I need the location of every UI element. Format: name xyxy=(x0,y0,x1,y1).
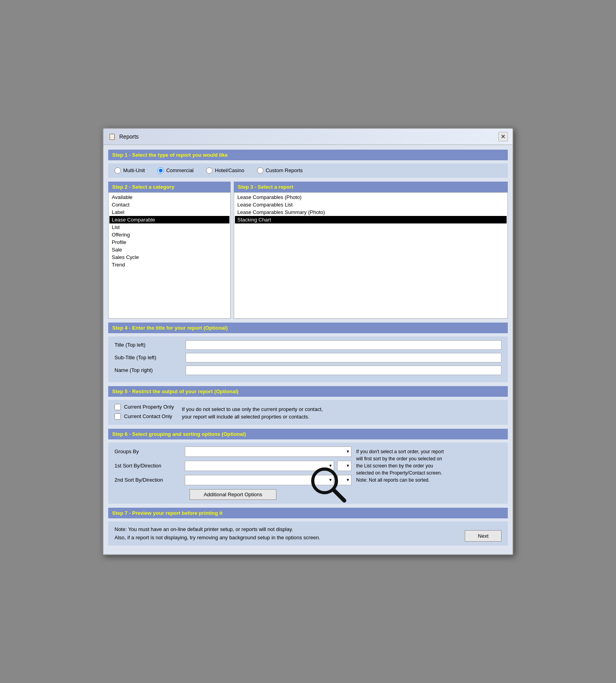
list-item[interactable]: Lease Comparables Summary (Photo) xyxy=(235,208,507,216)
step6-header: Step 6 - Select grouping and sorting opt… xyxy=(108,429,508,439)
step6-section: Step 6 - Select grouping and sorting opt… xyxy=(108,429,508,504)
groups-by-label: Groups By xyxy=(115,448,182,454)
sort2-direction-wrapper: ▼ xyxy=(337,475,351,485)
step-2-3-headers: Step 2 - Select a category Step 3 - Sele… xyxy=(108,182,508,192)
list-item-selected[interactable]: Lease Comparable xyxy=(109,216,229,223)
list-item[interactable]: Trend xyxy=(109,261,229,268)
sort1-direction-select[interactable] xyxy=(337,461,351,471)
list-item[interactable]: Contact xyxy=(109,201,229,208)
radio-commercial-label: Commercial xyxy=(166,167,193,173)
step2-header: Step 2 - Select a category xyxy=(108,182,231,192)
name-label: Name (Top right) xyxy=(115,367,186,373)
step7-content: Note: You must have an on-line default p… xyxy=(108,522,508,546)
step7-notes: Note: You must have an on-line default p… xyxy=(115,525,320,542)
reports-window: 📋 Reports ✕ Step 1 - Select the type of … xyxy=(103,128,513,555)
current-property-label: Current Property Only xyxy=(124,404,174,410)
list-item[interactable]: Lease Comparables List xyxy=(235,201,507,208)
list-item[interactable]: Available xyxy=(109,193,229,201)
sort1-select[interactable] xyxy=(185,461,334,471)
sort1-direction-wrapper: ▼ xyxy=(337,461,351,471)
step5-note: If you do not select to use only the cur… xyxy=(182,405,323,421)
sort2-label: 2nd Sort By/Direction xyxy=(115,477,182,483)
title-row: Title (Top left) xyxy=(115,340,501,350)
title-input[interactable] xyxy=(186,340,501,350)
current-property-input[interactable] xyxy=(115,404,121,410)
current-contact-label: Current Contact Only xyxy=(124,413,172,419)
title-label: Title (Top left) xyxy=(115,342,186,348)
step4-header: Step 4 - Enter the title for your report… xyxy=(108,323,508,333)
close-button[interactable]: ✕ xyxy=(498,132,508,141)
name-input[interactable] xyxy=(186,366,501,375)
step1-header: Step 1 - Select the type of report you w… xyxy=(108,150,508,160)
sort1-row: 1st Sort By/Direction ▼ ▼ xyxy=(115,461,351,471)
list-item-selected[interactable]: Stacking Chart xyxy=(235,216,507,223)
svg-line-1 xyxy=(333,490,344,501)
list-item[interactable]: Profile xyxy=(109,238,229,246)
title-bar-left: 📋 Reports xyxy=(108,133,139,140)
sort1-select-wrapper: ▼ xyxy=(185,461,334,471)
step5-section: Step 5 - Restrict the output of your rep… xyxy=(108,386,508,425)
step7-section: Step 7 - Preview your report before prin… xyxy=(108,508,508,546)
current-property-checkbox[interactable]: Current Property Only xyxy=(115,404,174,410)
title-bar: 📋 Reports ✕ xyxy=(103,129,513,145)
step6-main: Groups By ▼ 1st Sort By/Direction ▼ xyxy=(115,447,501,500)
step1-section: Step 1 - Select the type of report you w… xyxy=(108,150,508,178)
subtitle-row: Sub-Title (Top left) xyxy=(115,353,501,362)
current-contact-input[interactable] xyxy=(115,413,121,420)
report-list[interactable]: Lease Comparables (Photo) Lease Comparab… xyxy=(234,192,508,319)
step1-radio-row: Multi-Unit Commercial Hotel/Casino Custo… xyxy=(108,163,508,178)
radio-commercial[interactable]: Commercial xyxy=(158,167,193,174)
sort2-select[interactable] xyxy=(185,475,334,485)
radio-custom-reports-label: Custom Reports xyxy=(266,167,303,173)
list-item[interactable]: Lease Comparables (Photo) xyxy=(235,193,507,201)
step-2-3-row: Available Contact Label Lease Comparable… xyxy=(108,192,508,319)
name-row: Name (Top right) xyxy=(115,366,501,375)
step4-content: Title (Top left) Sub-Title (Top left) Na… xyxy=(108,336,508,382)
step3-col: Lease Comparables (Photo) Lease Comparab… xyxy=(234,192,508,319)
list-item[interactable]: Offering xyxy=(109,231,229,238)
radio-multi-unit-label: Multi-Unit xyxy=(123,167,145,173)
radio-custom-reports-input[interactable] xyxy=(257,167,263,174)
sort2-direction-select[interactable] xyxy=(337,475,351,485)
groups-by-select[interactable] xyxy=(185,447,351,457)
step2-col: Available Contact Label Lease Comparable… xyxy=(108,192,231,319)
radio-commercial-input[interactable] xyxy=(158,167,164,174)
current-contact-checkbox[interactable]: Current Contact Only xyxy=(115,413,174,420)
subtitle-label: Sub-Title (Top left) xyxy=(115,355,186,360)
radio-hotel-casino-label: Hotel/Casino xyxy=(215,167,244,173)
sort2-select-wrapper: ▼ xyxy=(185,475,334,485)
window-content: Step 1 - Select the type of report you w… xyxy=(103,145,513,555)
step5-header: Step 5 - Restrict the output of your rep… xyxy=(108,386,508,397)
radio-multi-unit[interactable]: Multi-Unit xyxy=(115,167,145,174)
step6-left: Groups By ▼ 1st Sort By/Direction ▼ xyxy=(115,447,351,500)
step4-section: Step 4 - Enter the title for your report… xyxy=(108,323,508,382)
radio-hotel-casino[interactable]: Hotel/Casino xyxy=(206,167,244,174)
step7-note-line2: Also, if a report is not displaying, try… xyxy=(115,534,320,542)
radio-multi-unit-input[interactable] xyxy=(115,167,121,174)
radio-hotel-casino-input[interactable] xyxy=(206,167,212,174)
window-title: Reports xyxy=(119,133,139,140)
step7-note-line1: Note: You must have an on-line default p… xyxy=(115,525,320,534)
step3-header: Step 3 - Select a report xyxy=(234,182,508,192)
next-button[interactable]: Next xyxy=(465,530,501,542)
step6-content: Groups By ▼ 1st Sort By/Direction ▼ xyxy=(108,443,508,504)
subtitle-input[interactable] xyxy=(186,353,501,362)
groups-by-select-wrapper: ▼ xyxy=(185,447,351,457)
list-item[interactable]: Sales Cycle xyxy=(109,253,229,261)
step5-content: Current Property Only Current Contact On… xyxy=(108,400,508,425)
sort1-label: 1st Sort By/Direction xyxy=(115,463,182,469)
checkbox-col: Current Property Only Current Contact On… xyxy=(115,404,174,420)
list-item[interactable]: Label xyxy=(109,208,229,216)
additional-report-options-button[interactable]: Additional Report Options xyxy=(190,489,276,500)
sort2-row: 2nd Sort By/Direction ▼ ▼ xyxy=(115,475,351,485)
category-list[interactable]: Available Contact Label Lease Comparable… xyxy=(108,192,231,319)
step6-sort-note: If you don't select a sort order, your r… xyxy=(356,447,501,500)
additional-btn-area: Additional Report Options xyxy=(115,489,351,500)
groups-by-row: Groups By ▼ xyxy=(115,447,351,457)
window-icon: 📋 xyxy=(108,133,116,140)
radio-custom-reports[interactable]: Custom Reports xyxy=(257,167,303,174)
step7-header: Step 7 - Preview your report before prin… xyxy=(108,508,508,518)
list-item[interactable]: List xyxy=(109,223,229,231)
list-item[interactable]: Sale xyxy=(109,246,229,253)
